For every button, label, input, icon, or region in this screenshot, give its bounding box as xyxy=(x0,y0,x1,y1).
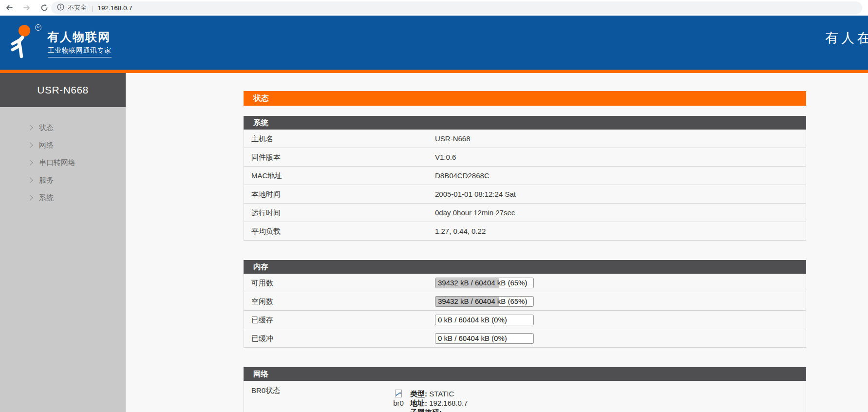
content-column: 状态 系统主机名USR-N668固件版本V1.0.6MAC地址D8B04CD28… xyxy=(244,91,806,412)
chevron-right-icon xyxy=(27,160,33,165)
detail-value: 192.168.0.7 xyxy=(427,399,468,407)
accent-divider xyxy=(0,70,868,73)
forward-icon[interactable] xyxy=(20,1,33,14)
row-value: USR-N668 xyxy=(435,130,471,148)
detail-line: 地址: 192.168.0.7 xyxy=(410,398,468,408)
row-label: 已缓存 xyxy=(251,311,273,329)
sidebar-menu: 状态网络串口转网络服务系统 xyxy=(0,119,126,206)
chevron-right-icon xyxy=(27,177,33,183)
table-row: 已缓冲0 kB / 60404 kB (0%) xyxy=(244,329,806,348)
sidebar-item-串口转网络[interactable]: 串口转网络 xyxy=(0,154,126,171)
meter-text: 0 kB / 60404 kB (0%) xyxy=(438,315,533,325)
back-icon[interactable] xyxy=(3,1,16,14)
interface-name: br0 xyxy=(388,399,409,407)
sidebar-item-状态[interactable]: 状态 xyxy=(0,119,126,136)
table-row: 空闲数39432 kB / 60404 kB (65%) xyxy=(244,292,806,311)
meter-text: 39432 kB / 60404 kB (65%) xyxy=(438,297,533,306)
section-内存: 内存可用数39432 kB / 60404 kB (65%)空闲数39432 k… xyxy=(244,260,806,348)
row-label: 空闲数 xyxy=(251,292,273,311)
reload-icon[interactable] xyxy=(38,1,51,14)
detail-line: 类型: STATIC xyxy=(410,389,468,398)
sidebar-item-label: 系统 xyxy=(39,193,54,203)
table-row: 平均负载1.27, 0.44, 0.22 xyxy=(244,222,806,241)
memory-meter: 0 kB / 60404 kB (0%) xyxy=(435,315,534,325)
sidebar-item-label: 状态 xyxy=(39,123,54,132)
row-label: 主机名 xyxy=(251,130,273,148)
site-header: R 有人物联网 工业物联网通讯专家 有人在 xyxy=(0,16,868,70)
table-row: 固件版本V1.0.6 xyxy=(244,148,806,167)
section-header: 系统 xyxy=(244,116,806,130)
url-text: 192.168.0.7 xyxy=(97,4,132,12)
row-value: D8B04CD2868C xyxy=(435,167,490,185)
row-label: 可用数 xyxy=(251,274,273,292)
memory-meter: 39432 kB / 60404 kB (65%) xyxy=(435,278,534,288)
table-row: 主机名USR-N668 xyxy=(244,130,806,148)
info-icon[interactable] xyxy=(57,3,64,13)
detail-key: 地址: xyxy=(410,399,427,407)
brand-name: 有人物联网 xyxy=(47,29,111,45)
device-name: USR-N668 xyxy=(0,73,126,107)
row-label: 固件版本 xyxy=(251,148,281,167)
memory-meter: 39432 kB / 60404 kB (65%) xyxy=(435,296,534,307)
broken-image-icon xyxy=(395,390,402,397)
detail-key: 类型: xyxy=(410,390,427,398)
section-table: BR0状态br0类型: STATIC地址: 192.168.0.7子网掩码: xyxy=(244,381,806,412)
address-bar[interactable]: 不安全 | 192.168.0.7 xyxy=(51,1,862,14)
sidebar-item-label: 网络 xyxy=(39,141,54,150)
meter-text: 39432 kB / 60404 kB (65%) xyxy=(438,278,533,288)
row-label: BR0状态 xyxy=(251,386,280,395)
row-value: 1.27, 0.44, 0.22 xyxy=(435,222,486,241)
row-label: 已缓冲 xyxy=(251,329,273,348)
brand-logo[interactable]: R 有人物联网 工业物联网通讯专家 xyxy=(8,23,105,62)
brand-tagline: 工业物联网通讯专家 xyxy=(48,46,112,57)
section-header: 内存 xyxy=(244,260,806,274)
meter-text: 0 kB / 60404 kB (0%) xyxy=(438,334,533,343)
security-label: 不安全 xyxy=(68,3,87,12)
network-interface: br0 xyxy=(388,390,409,407)
row-label: 本地时间 xyxy=(251,185,281,204)
section-系统: 系统主机名USR-N668固件版本V1.0.6MAC地址D8B04CD2868C… xyxy=(244,116,806,241)
row-value: V1.0.6 xyxy=(435,148,456,167)
sidebar-item-label: 服务 xyxy=(39,176,54,185)
sidebar: USR-N668 状态网络串口转网络服务系统 xyxy=(0,73,126,412)
row-label: MAC地址 xyxy=(251,167,282,185)
table-row: MAC地址D8B04CD2868C xyxy=(244,167,806,185)
detail-line: 子网掩码: xyxy=(410,408,468,412)
row-value: 2005-01-01 08:12:24 Sat xyxy=(435,185,516,204)
chevron-right-icon xyxy=(27,142,33,148)
sidebar-item-服务[interactable]: 服务 xyxy=(0,171,126,189)
table-row: BR0状态br0类型: STATIC地址: 192.168.0.7子网掩码: xyxy=(244,381,806,412)
memory-meter: 0 kB / 60404 kB (0%) xyxy=(435,333,534,344)
browser-toolbar: 不安全 | 192.168.0.7 xyxy=(0,0,868,16)
chevron-right-icon xyxy=(27,125,33,130)
section-table: 可用数39432 kB / 60404 kB (65%)空闲数39432 kB … xyxy=(244,274,806,348)
row-label: 运行时间 xyxy=(251,204,281,222)
sidebar-item-label: 串口转网络 xyxy=(39,158,75,168)
detail-value: STATIC xyxy=(427,390,454,398)
table-row: 可用数39432 kB / 60404 kB (65%) xyxy=(244,274,806,292)
registered-mark: R xyxy=(35,24,41,31)
sidebar-item-系统[interactable]: 系统 xyxy=(0,189,126,206)
row-label: 平均负载 xyxy=(251,222,281,241)
omnibox-divider: | xyxy=(92,4,93,12)
table-row: 已缓存0 kB / 60404 kB (0%) xyxy=(244,311,806,329)
section-网络: 网络BR0状态br0类型: STATIC地址: 192.168.0.7子网掩码: xyxy=(244,367,806,412)
header-slogan: 有人在 xyxy=(825,29,868,47)
chevron-right-icon xyxy=(27,195,33,200)
table-row: 本地时间2005-01-01 08:12:24 Sat xyxy=(244,185,806,204)
detail-key: 子网掩码: xyxy=(410,408,442,412)
sidebar-item-网络[interactable]: 网络 xyxy=(0,136,126,154)
page-title: 状态 xyxy=(244,91,806,106)
row-value: 0day 0hour 12min 27sec xyxy=(435,204,515,222)
section-table: 主机名USR-N668固件版本V1.0.6MAC地址D8B04CD2868C本地… xyxy=(244,130,806,241)
main-area: 状态 系统主机名USR-N668固件版本V1.0.6MAC地址D8B04CD28… xyxy=(126,73,868,412)
interface-details: 类型: STATIC地址: 192.168.0.7子网掩码: xyxy=(410,389,468,412)
sections: 系统主机名USR-N668固件版本V1.0.6MAC地址D8B04CD2868C… xyxy=(244,116,806,412)
section-header: 网络 xyxy=(244,367,806,381)
table-row: 运行时间0day 0hour 12min 27sec xyxy=(244,204,806,222)
